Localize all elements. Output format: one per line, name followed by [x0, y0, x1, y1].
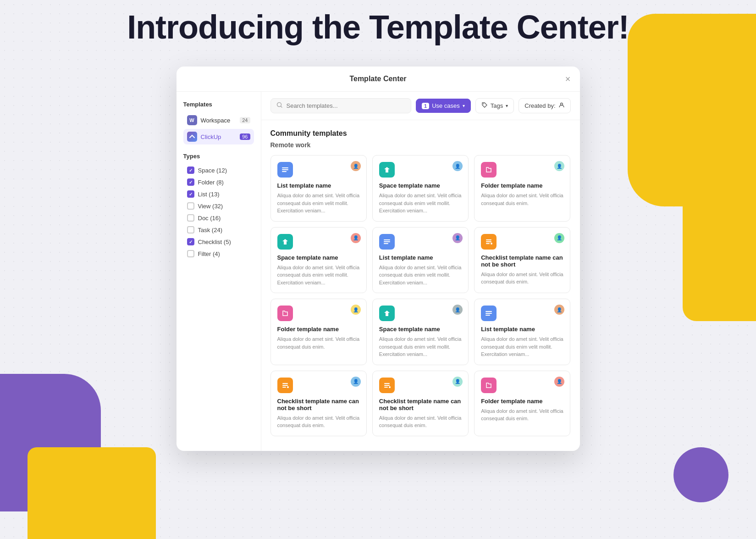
card-description: Aliqua dolor do amet sint. Velit officia… [379, 335, 462, 358]
card-avatar: 👤 [554, 377, 564, 387]
card-name: Folder template name [277, 326, 360, 333]
type-item-list[interactable]: List (13) [183, 188, 254, 200]
card-icon [481, 234, 497, 250]
types-section-label: Types [183, 153, 254, 160]
template-card[interactable]: 👤 Space template name Aliqua dolor do am… [372, 155, 469, 222]
card-icon [481, 162, 497, 178]
card-avatar: 👤 [554, 161, 564, 171]
template-card[interactable]: 👤 Space template name Aliqua dolor do am… [372, 299, 469, 365]
created-by-label: Created by: [524, 102, 555, 109]
svg-rect-4 [282, 169, 288, 170]
card-name: Checklist template name can not be short [481, 254, 563, 268]
clickup-icon [187, 132, 197, 142]
use-cases-filter-button[interactable]: 1 Use cases ▾ [416, 99, 471, 113]
use-cases-chevron-icon: ▾ [463, 103, 465, 108]
svg-rect-5 [282, 171, 287, 172]
card-icon [277, 378, 293, 393]
svg-rect-8 [384, 243, 388, 244]
type-checkbox-doc [187, 214, 194, 222]
card-description: Aliqua dolor do amet sint. Velit officia… [481, 407, 563, 422]
card-avatar: 👤 [351, 305, 361, 315]
type-checkbox-folder [187, 178, 194, 186]
sidebar-item-workspace[interactable]: W Workspace 24 [183, 112, 254, 128]
clickup-badge: 96 [240, 133, 250, 140]
svg-rect-9 [486, 239, 491, 240]
card-name: Folder template name [481, 182, 563, 189]
card-icon [277, 162, 293, 178]
type-checkbox-filter [187, 250, 194, 257]
type-item-checklist[interactable]: Checklist (5) [183, 236, 254, 248]
toolbar: 1 Use cases ▾ Tags ▾ Created by: [261, 92, 580, 120]
svg-rect-16 [282, 383, 288, 384]
svg-rect-6 [384, 239, 390, 240]
svg-point-1 [483, 104, 484, 105]
template-card[interactable]: 👤 Checklist template name can not be sho… [372, 371, 469, 436]
card-description: Aliqua dolor do amet sint. Velit officia… [277, 264, 360, 287]
template-card[interactable]: 👤 Folder template name Aliqua dolor do a… [270, 299, 367, 365]
card-name: Checklist template name can not be short [277, 398, 360, 411]
card-avatar: 👤 [452, 305, 463, 315]
template-card[interactable]: 👤 List template name Aliqua dolor do ame… [474, 299, 570, 365]
type-label-checklist: Checklist (5) [198, 239, 231, 245]
type-item-doc[interactable]: Doc (16) [183, 212, 254, 224]
card-description: Aliqua dolor do amet sint. Velit officia… [379, 192, 462, 215]
svg-rect-22 [384, 387, 388, 388]
card-icon [379, 162, 395, 178]
card-icon [277, 234, 293, 250]
card-avatar: 👤 [554, 233, 564, 243]
svg-rect-11 [486, 243, 490, 244]
subsection-title: Remote work [270, 141, 571, 149]
type-label-doc: Doc (16) [198, 215, 221, 222]
template-card[interactable]: 👤 List template name Aliqua dolor do ame… [372, 227, 469, 294]
tags-chevron-icon: ▾ [506, 103, 508, 108]
type-item-task[interactable]: Task (24) [183, 224, 254, 236]
type-checkbox-list [187, 190, 194, 198]
card-description: Aliqua dolor do amet sint. Velit officia… [481, 335, 563, 358]
card-name: Checklist template name can not be short [379, 398, 462, 411]
svg-rect-10 [486, 241, 491, 242]
card-description: Aliqua dolor do amet sint. Velit officia… [277, 414, 360, 429]
card-avatar: 👤 [452, 233, 463, 243]
card-avatar: 👤 [452, 161, 463, 171]
svg-point-12 [491, 243, 492, 244]
type-item-space[interactable]: Space (12) [183, 164, 254, 176]
type-label-task: Task (24) [198, 227, 222, 233]
workspace-label: Workspace [201, 117, 231, 124]
svg-point-19 [287, 386, 289, 388]
use-cases-count: 1 [422, 103, 429, 109]
modal-title: Template Center [349, 75, 406, 83]
card-icon [481, 306, 497, 321]
content-area: Community templates Remote work 👤 List t… [261, 120, 580, 451]
modal-header: Template Center × [177, 67, 580, 92]
type-checkbox-task [187, 226, 194, 233]
svg-rect-21 [384, 385, 390, 386]
card-avatar: 👤 [554, 305, 564, 315]
template-card[interactable]: 👤 Space template name Aliqua dolor do am… [270, 227, 367, 294]
sidebar: Templates W Workspace 24 ClickUp [177, 92, 261, 451]
card-avatar: 👤 [351, 233, 361, 243]
created-by-person-icon [558, 102, 565, 110]
type-item-view[interactable]: View (32) [183, 200, 254, 212]
template-card[interactable]: 👤 List template name Aliqua dolor do ame… [270, 155, 367, 222]
type-item-folder[interactable]: Folder (8) [183, 176, 254, 188]
card-avatar: 👤 [351, 377, 361, 387]
template-card[interactable]: 👤 Folder template name Aliqua dolor do a… [474, 155, 570, 222]
close-button[interactable]: × [565, 74, 571, 83]
card-name: Space template name [379, 182, 462, 189]
card-name: Folder template name [481, 398, 563, 405]
card-icon [481, 378, 497, 393]
type-label-list: List (13) [198, 191, 220, 198]
type-label-filter: Filter (4) [198, 250, 220, 257]
svg-rect-14 [486, 313, 492, 314]
type-item-filter[interactable]: Filter (4) [183, 248, 254, 260]
search-input[interactable] [287, 102, 406, 109]
sidebar-item-clickup[interactable]: ClickUp 96 [183, 129, 254, 144]
tags-filter-button[interactable]: Tags ▾ [475, 98, 514, 113]
svg-rect-7 [384, 241, 390, 242]
card-description: Aliqua dolor do amet sint. Velit officia… [481, 192, 563, 207]
template-card[interactable]: 👤 Folder template name Aliqua dolor do a… [474, 371, 570, 436]
template-card[interactable]: 👤 Checklist template name can not be sho… [270, 371, 367, 436]
template-card[interactable]: 👤 Checklist template name can not be sho… [474, 227, 570, 294]
main-content: 1 Use cases ▾ Tags ▾ Created by: [261, 92, 580, 451]
created-by-filter-button[interactable]: Created by: [519, 98, 570, 113]
